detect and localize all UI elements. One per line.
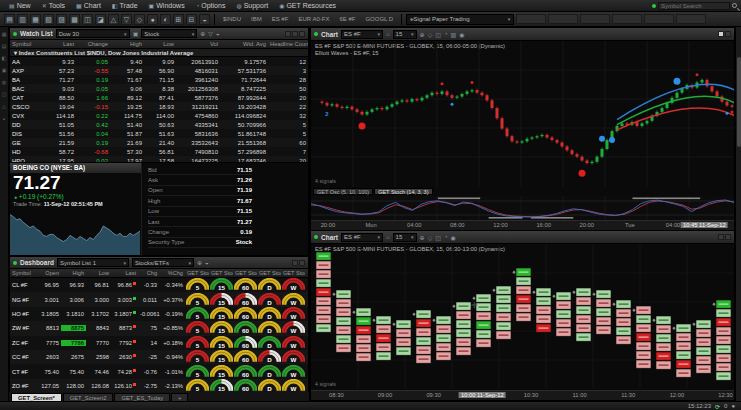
- link-icon[interactable]: ⊕: [200, 30, 205, 37]
- toolbar-icon-15[interactable]: ◒: [199, 14, 210, 25]
- watchlist-list-combo[interactable]: Dow 30▾: [56, 29, 130, 38]
- top-chart-time-axis[interactable]: 20:00Mon04:0008:0012:0016:0020:00Tue04:0…: [311, 220, 734, 230]
- column-header[interactable]: Last: [111, 270, 138, 276]
- dashboard-row-cc-f[interactable]: CC #F2603267525982630-25-0.94%51560DW: [10, 350, 308, 364]
- symbol-shortcut--indu[interactable]: $INDU: [219, 14, 245, 25]
- column-header-get-stoch[interactable]: GET Stoch: [257, 270, 281, 276]
- strip-news-icon[interactable]: ▣: [2, 67, 7, 73]
- chart-interval-input[interactable]: 15▾: [393, 233, 417, 242]
- cell-headline-count[interactable]: 60: [268, 140, 308, 146]
- symbol-shortcut-es-f[interactable]: ES #F: [268, 14, 293, 25]
- close-button[interactable]: [725, 31, 731, 37]
- cell-headline-count[interactable]: 12: [268, 59, 308, 65]
- print-icon[interactable]: ▥: [451, 31, 457, 38]
- watchlist-row-cvx[interactable]: CVX114.180.22114.75114.004754860114.0968…: [10, 111, 308, 120]
- account-button-4[interactable]: [644, 14, 674, 24]
- add-page-tab[interactable]: +: [171, 393, 188, 401]
- toolbar-icon-7[interactable]: ◪: [95, 14, 106, 25]
- indicator-icon[interactable]: ◫: [435, 31, 441, 38]
- toolbar-icon-12[interactable]: ◐: [160, 14, 171, 25]
- watchlist-group-row[interactable]: ▾ Index Constituents List $INDU, Dow Jon…: [10, 49, 308, 57]
- watchlist-row-ba[interactable]: BA71.270.1971.6771.15396124071.7264428: [10, 75, 308, 84]
- toolbar-icon-1[interactable]: ▥: [17, 14, 28, 25]
- cell-headline-count[interactable]: 5: [268, 131, 308, 137]
- strip-settings-icon[interactable]: ◒: [2, 115, 5, 121]
- toolbar-icon-11[interactable]: ●: [147, 14, 158, 25]
- watchlist-row-dd[interactable]: DD51.050.4251.4050.63433534150.7099665: [10, 120, 308, 129]
- account-select[interactable]: eSignal Paper Trading▾: [406, 14, 514, 25]
- search-icon[interactable]: [732, 3, 737, 8]
- home-icon[interactable]: ⌂: [386, 31, 390, 37]
- maximize-button[interactable]: [718, 31, 724, 37]
- account-button-1[interactable]: [548, 14, 578, 24]
- menu-item-new[interactable]: ▤New: [4, 0, 36, 12]
- menu-item-tools[interactable]: ✕Tools: [37, 0, 70, 12]
- close-button[interactable]: [299, 260, 305, 266]
- watchlist-row-hd[interactable]: HD58.72-0.6857.3056.81749081057.2968987: [10, 147, 308, 156]
- column-header[interactable]: Low: [86, 270, 111, 276]
- chart-tab[interactable]: Chart: [321, 31, 338, 38]
- watchlist-row-aa[interactable]: AA9.330.059.409.09206139109.1757612: [10, 57, 308, 66]
- maximize-button[interactable]: [718, 234, 724, 240]
- dashboard-row-zc-f[interactable]: ZC #F777577867770779214+0.18%51560DW: [10, 336, 308, 350]
- close-button[interactable]: [299, 31, 305, 37]
- page-tab-get-es-today[interactable]: GET_ES_Today: [114, 393, 170, 401]
- filter-icon[interactable]: ▽: [208, 30, 213, 37]
- camera-icon[interactable]: ◉: [451, 234, 456, 241]
- column-header[interactable]: Vol: [176, 41, 220, 47]
- symbol-shortcut-eur-a0-fx[interactable]: EUR A0-FX: [294, 14, 333, 25]
- column-header-get-stoch[interactable]: GET Stoch: [233, 270, 257, 276]
- cell-headline-count[interactable]: 32: [268, 113, 308, 119]
- dashboard-row-ct-f[interactable]: CT #F75.4075.4074.4674.28-0.76-1.01%5156…: [10, 364, 308, 378]
- workspace-scrollbar[interactable]: [735, 27, 741, 401]
- camera-icon[interactable]: ◉: [459, 31, 464, 38]
- column-header[interactable]: Headline Count: [268, 41, 308, 47]
- column-header-get-stoch[interactable]: GET Stoch: [185, 270, 209, 276]
- toolbar-icon-3[interactable]: ▧: [43, 14, 54, 25]
- column-header[interactable]: Open: [36, 270, 61, 276]
- watchlist-type-combo[interactable]: Stock▾: [141, 29, 197, 38]
- account-button-3[interactable]: [612, 14, 642, 24]
- toolbar-icon-14[interactable]: ⊟: [186, 14, 197, 25]
- column-header[interactable]: Change: [76, 41, 110, 47]
- dashboard-column-headers[interactable]: SymbolOpenHighLowLastChg%ChgGET StochGET…: [10, 269, 308, 278]
- osc-tab-1[interactable]: GET Stoch (14, 3, 3): [374, 188, 432, 195]
- zoom-icon[interactable]: ◔: [444, 31, 448, 37]
- cell-headline-count[interactable]: 5: [268, 122, 308, 128]
- watchlist-row-axp[interactable]: AXP57.23-0.5557.4856.90481603157.5317363: [10, 66, 308, 75]
- account-button-0[interactable]: [516, 14, 546, 24]
- dashboard-row-cl-f[interactable]: CL #F96.9596.9396.8196.86-0.33-0.34%5156…: [10, 278, 308, 292]
- chart-symbol-input[interactable]: ES #F▾: [341, 30, 383, 39]
- gear-icon[interactable]: ◒: [216, 31, 220, 37]
- chart-symbol-input[interactable]: ES #F▾: [341, 233, 383, 242]
- menu-item-windows[interactable]: ▣Windows: [144, 0, 190, 12]
- watchlist-row-bac[interactable]: BAC9.030.059.068.382012563088.74722550: [10, 84, 308, 93]
- home-icon[interactable]: ⌂: [386, 234, 390, 240]
- cell-headline-count[interactable]: 22: [268, 104, 308, 110]
- page-tab-get-screen-[interactable]: GET_Screen*: [11, 393, 62, 401]
- chart-interval-input[interactable]: 15▾: [393, 30, 417, 39]
- draw-icon[interactable]: ◇: [428, 31, 433, 38]
- scrollbar-thumb[interactable]: [737, 57, 741, 147]
- column-header[interactable]: Wtd. Avg: [220, 41, 268, 47]
- watchlist-row-ge[interactable]: GE21.590.1921.6921.403353264321.55136860: [10, 138, 308, 147]
- account-button-2[interactable]: [580, 14, 610, 24]
- watchlist-row-cat[interactable]: CAT88.501.6689.1287.41587737687.99264420: [10, 93, 308, 102]
- toolbar-icon-10[interactable]: ◇: [134, 14, 145, 25]
- price-box-chart[interactable]: ✛: [311, 244, 734, 388]
- watchlist-row-dis[interactable]: DIS51.560.0451.8751.63583163651.8617485: [10, 129, 308, 138]
- menu-item-chart[interactable]: ▦Chart: [71, 0, 106, 12]
- column-header[interactable]: Low: [144, 41, 176, 47]
- column-header[interactable]: High: [61, 270, 86, 276]
- minimize-button[interactable]: [285, 31, 291, 37]
- dashboard-row-zo-f[interactable]: ZO #F127.05128.00126.08126.10-2.75-2.13%…: [10, 379, 308, 393]
- maximize-button[interactable]: [292, 31, 298, 37]
- gear-icon[interactable]: ◒: [205, 260, 209, 266]
- toolbar-icon-5[interactable]: ▩: [69, 14, 80, 25]
- symbol-shortcut-ibm[interactable]: IBM: [247, 14, 266, 25]
- account-button-5[interactable]: [676, 14, 706, 24]
- dashboard-row-ng-f[interactable]: NG #F3.0013.0063.0003.0030.011+0.37%5156…: [10, 292, 308, 306]
- dashboard-row-ho-f[interactable]: HO #F3.18053.18103.17023.1807-0.0061-0.1…: [10, 307, 308, 321]
- close-button[interactable]: [725, 234, 731, 240]
- strip-chart-icon[interactable]: ▦: [2, 31, 7, 37]
